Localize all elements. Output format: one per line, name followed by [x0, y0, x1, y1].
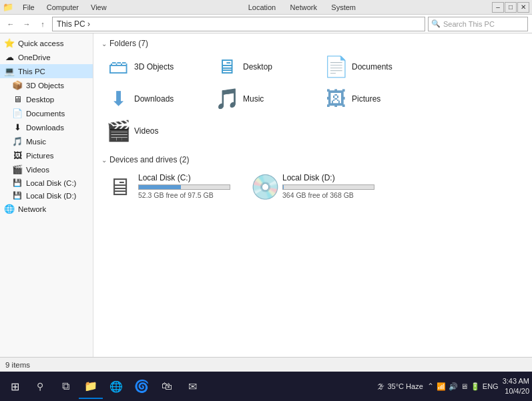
sidebar-label-3d-objects: 3D Objects	[26, 82, 64, 90]
drives-chevron: ⌄	[101, 156, 107, 164]
folder-videos[interactable]: 🎬 Videos	[101, 118, 205, 144]
tray-chevron[interactable]: ⌃	[427, 382, 434, 391]
sidebar-label-local-c: Local Disk (C:)	[26, 179, 76, 187]
sidebar-item-this-pc[interactable]: 💻 This PC	[0, 64, 93, 78]
desktop-folder-icon: 🖥	[215, 57, 239, 77]
taskbar-file-explorer[interactable]: 📁	[79, 374, 103, 399]
sidebar-item-music[interactable]: 🎵 Music	[0, 134, 93, 148]
documents-icon: 📄	[12, 108, 23, 118]
tray-lang[interactable]: ENG	[483, 382, 499, 390]
back-button[interactable]: ←	[4, 17, 17, 31]
title-bar-buttons: – □ ✕	[492, 2, 529, 13]
taskbar: ⊞ ⚲ ⧉ 📁 🌐 🌀 🛍 ✉ 🌫 35°C Haze ⌃ 📶 🔊 🖥 🔋 EN…	[0, 372, 532, 401]
videos-folder-icon: 🎬	[106, 121, 130, 141]
folder-documents[interactable]: 📄 Documents	[319, 53, 423, 80]
forward-button[interactable]: →	[20, 17, 33, 31]
folders-section-title: Folders (7)	[109, 39, 148, 48]
taskbar-chrome[interactable]: 🌐	[104, 374, 128, 399]
address-path[interactable]: This PC ›	[52, 17, 425, 31]
sidebar-item-3d-objects[interactable]: 📦 3D Objects	[0, 78, 93, 92]
sidebar-label-network: Network	[18, 205, 46, 213]
drive-d-name: Local Disk (D:)	[282, 173, 374, 182]
drive-d-bar	[283, 185, 284, 189]
documents-folder-icon: 📄	[324, 57, 348, 77]
downloads-icon: ⬇	[12, 122, 23, 132]
folder-desktop[interactable]: 🖥 Desktop	[210, 53, 314, 80]
weather-icon: 🌫	[377, 382, 384, 390]
folder-music[interactable]: 🎵 Music	[210, 86, 314, 112]
sidebar-item-downloads[interactable]: ⬇ Downloads	[0, 120, 93, 134]
sidebar-item-documents[interactable]: 📄 Documents	[0, 106, 93, 120]
folder-music-label: Music	[243, 94, 264, 104]
sidebar-item-onedrive[interactable]: ☁ OneDrive	[0, 50, 93, 64]
sidebar-item-quick-access[interactable]: ⭐ Quick access	[0, 36, 93, 50]
videos-icon: 🎬	[12, 164, 23, 174]
weather-text: 35°C Haze	[387, 382, 423, 390]
folder-videos-label: Videos	[134, 126, 158, 136]
title-bar-text: Location Network System	[112, 3, 492, 11]
taskbar-edge[interactable]: 🌀	[129, 374, 154, 399]
local-disk-c-icon: 💾	[12, 178, 23, 187]
search-box[interactable]: 🔍 Search This PC	[428, 17, 528, 31]
tray-volume-icon[interactable]: 🔊	[449, 382, 458, 391]
close-button[interactable]: ✕	[517, 2, 529, 13]
drive-c-icon: 🖥	[106, 173, 133, 201]
local-disk-d-icon: 💾	[12, 191, 23, 200]
tray-display-icon[interactable]: 🖥	[461, 382, 468, 390]
drive-c-name: Local Disk (C:)	[138, 173, 230, 182]
tab-view[interactable]: View	[85, 2, 112, 13]
folder-documents-label: Documents	[352, 62, 392, 72]
music-folder-icon: 🎵	[215, 89, 239, 109]
sidebar-item-desktop[interactable]: 🖥 Desktop	[0, 92, 93, 106]
sidebar-item-network[interactable]: 🌐 Network	[0, 202, 93, 216]
sidebar-item-videos[interactable]: 🎬 Videos	[0, 162, 93, 176]
sidebar-label-downloads: Downloads	[26, 124, 64, 132]
drive-local-c[interactable]: 🖥 Local Disk (C:) 52.3 GB free of 97.5 G…	[101, 170, 235, 205]
drive-local-d[interactable]: 💿 Local Disk (D:) 364 GB free of 368 GB	[246, 170, 379, 205]
sidebar-label-onedrive: OneDrive	[18, 53, 51, 61]
sidebar-label-music: Music	[26, 138, 46, 146]
sidebar-item-pictures[interactable]: 🖼 Pictures	[0, 148, 93, 162]
tray-network-icon[interactable]: 📶	[437, 382, 446, 391]
taskbar-store[interactable]: 🛍	[155, 374, 179, 399]
sidebar-item-local-d[interactable]: 💾 Local Disk (D:)	[0, 189, 93, 202]
address-bar: ← → ↑ This PC › 🔍 Search This PC	[0, 15, 532, 33]
sidebar-label-this-pc: This PC	[18, 68, 45, 76]
sidebar-item-local-c[interactable]: 💾 Local Disk (C:)	[0, 176, 93, 189]
folder-desktop-label: Desktop	[243, 62, 272, 72]
minimize-button[interactable]: –	[492, 2, 504, 13]
network-icon: 🌐	[4, 204, 15, 214]
folder-downloads-label: Downloads	[134, 94, 174, 104]
tray-battery-icon[interactable]: 🔋	[471, 382, 480, 391]
file-view: ⌄ Folders (7) 🗃 3D Objects 🖥 Desktop 📄 D…	[93, 33, 532, 357]
folder-downloads[interactable]: ⬇ Downloads	[101, 86, 205, 112]
3d-objects-folder-icon: 🗃	[106, 57, 130, 77]
up-button[interactable]: ↑	[36, 17, 49, 31]
drive-d-info: Local Disk (D:) 364 GB free of 368 GB	[282, 173, 374, 199]
tab-computer[interactable]: Computer	[41, 2, 84, 13]
tab-file[interactable]: File	[17, 2, 40, 13]
pictures-folder-icon: 🖼	[324, 89, 348, 109]
cloud-icon: ☁	[4, 52, 15, 62]
start-button[interactable]: ⊞	[3, 374, 27, 399]
folders-section-header: ⌄ Folders (7)	[101, 39, 524, 48]
3d-objects-icon: 📦	[12, 80, 23, 90]
taskbar-search[interactable]: ⚲	[28, 374, 52, 399]
search-placeholder: Search This PC	[443, 20, 495, 28]
clock-date: 10/4/20	[503, 386, 529, 396]
sidebar-label-desktop: Desktop	[26, 96, 54, 104]
folder-pictures[interactable]: 🖼 Pictures	[319, 86, 423, 112]
status-text: 9 items	[5, 361, 30, 369]
maximize-button[interactable]: □	[505, 2, 517, 13]
taskbar-clock[interactable]: 3:43 AM 10/4/20	[503, 376, 529, 397]
taskbar-mail[interactable]: ✉	[180, 374, 204, 399]
taskbar-weather[interactable]: 🌫 35°C Haze	[377, 382, 423, 390]
taskbar-task-view[interactable]: ⧉	[53, 374, 77, 399]
star-icon: ⭐	[4, 38, 15, 48]
ribbon-tabs: File Computer View	[17, 2, 112, 13]
pc-icon: 💻	[4, 66, 15, 76]
drive-c-info: Local Disk (C:) 52.3 GB free of 97.5 GB	[138, 173, 230, 199]
main-content: ⭐ Quick access ☁ OneDrive 💻 This PC 📦 3D…	[0, 33, 532, 357]
folder-3d-objects[interactable]: 🗃 3D Objects	[101, 53, 205, 80]
drive-c-bar-container	[138, 184, 230, 190]
